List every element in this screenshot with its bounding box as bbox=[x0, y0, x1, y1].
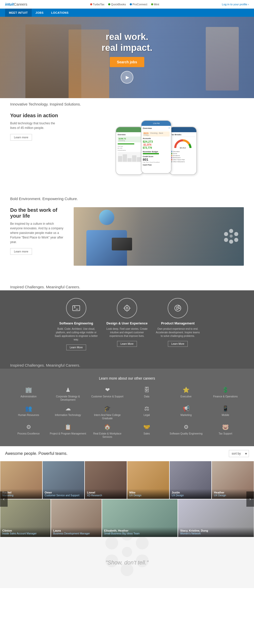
product-turbotax[interactable]: TurboTax bbox=[90, 3, 104, 6]
other-career-it[interactable]: ☁ Information Technology bbox=[50, 405, 86, 420]
mobile-label: Mobile bbox=[207, 413, 244, 417]
administration-label: Administration bbox=[10, 395, 47, 398]
intern-label: Intern And New College Graduate bbox=[89, 413, 126, 420]
other-career-project[interactable]: 📋 Project & Program Management bbox=[50, 424, 86, 439]
career-design-button[interactable]: Learn More bbox=[117, 341, 137, 347]
other-career-corporate[interactable]: ♟ Corporate Strategy & Development bbox=[50, 387, 86, 401]
other-career-sales[interactable]: 🤝 Sales bbox=[128, 424, 165, 439]
person-omer[interactable]: Omer Customer Service and Support bbox=[42, 461, 85, 499]
hero-play-button[interactable]: ▶ bbox=[121, 71, 133, 84]
hr-label: Human Resources bbox=[10, 413, 47, 417]
tech-body: Build technology that touches the lives … bbox=[10, 121, 61, 130]
realestate-icon: 🏠 bbox=[89, 424, 126, 430]
main-nav: MEET INTUIT JOBS LOCATIONS bbox=[0, 9, 254, 17]
executive-label: Executive bbox=[168, 395, 204, 398]
process-label: Process Excellence bbox=[10, 432, 47, 435]
search-jobs-button[interactable]: Search jobs bbox=[110, 57, 144, 67]
svg-point-22 bbox=[121, 563, 133, 576]
career-product-desc: Own product experience end to end. Accel… bbox=[155, 327, 201, 338]
mint-dot bbox=[151, 3, 153, 5]
tech-text: Your ideas in action Build technology th… bbox=[10, 113, 61, 141]
career-software-button[interactable]: Learn More bbox=[66, 345, 86, 350]
finance-icon: 💲 bbox=[207, 387, 244, 393]
other-career-finance[interactable]: 💲 Finance & Operations bbox=[207, 387, 244, 401]
data-icon: 🗄 bbox=[128, 387, 165, 393]
other-career-hr[interactable]: 👥 Human Resources bbox=[10, 405, 47, 420]
person-stacy[interactable]: Stacy, Kristine, Dung Women's Network bbox=[178, 499, 254, 537]
culture-image bbox=[74, 207, 244, 266]
other-careers-heading: Learn more about our other careers bbox=[10, 376, 244, 380]
person-mike-role: UX Design bbox=[129, 494, 167, 497]
it-label: Information Technology bbox=[50, 413, 86, 417]
phone-3-wrap: Tax Breaks $3,612 bbox=[169, 120, 197, 175]
phone-1-body: Overview $158.72 Checking Savings $1,443… bbox=[116, 132, 143, 174]
svg-point-3 bbox=[234, 238, 238, 242]
sort-container: sort by ▾ bbox=[229, 450, 249, 457]
turbotax-dot bbox=[90, 3, 92, 5]
people-header: Awesome people. Powerful teams. sort by … bbox=[0, 446, 254, 461]
svg-point-7 bbox=[230, 235, 233, 238]
person-justin[interactable]: Justin UX Design bbox=[169, 461, 212, 499]
nav-meet-intuit[interactable]: MEET INTUIT bbox=[5, 9, 32, 17]
hr-icon: 👥 bbox=[10, 405, 47, 412]
background-intuit-icon bbox=[102, 527, 152, 578]
person-rachel-name: Rachel bbox=[2, 491, 40, 494]
nav-locations[interactable]: LOCATIONS bbox=[47, 9, 72, 17]
executive-icon: ⭐ bbox=[168, 387, 204, 393]
career-product-button[interactable]: Learn More bbox=[168, 341, 187, 347]
other-career-mobile[interactable]: 📱 Mobile bbox=[207, 405, 244, 420]
carousel-next-button[interactable]: › bbox=[246, 491, 254, 507]
other-career-realestate[interactable]: 🏠 Real Estate & Workplace Services bbox=[89, 424, 126, 439]
intuit-asterisk-icon bbox=[224, 229, 239, 244]
career-card-software: Software Engineering Build. Code. Archit… bbox=[53, 298, 99, 350]
other-career-process[interactable]: ⚙ Process Excellence bbox=[10, 424, 47, 439]
career-card-design: Design & User Experience Look deep. Feel… bbox=[104, 298, 150, 350]
phone-3: Tax Breaks $3,612 bbox=[169, 127, 197, 175]
play-icon: ▶ bbox=[126, 74, 129, 80]
person-mike[interactable]: Mike UX Design bbox=[127, 461, 169, 499]
hero-text: real work. real impact. Search jobs ▶ bbox=[102, 31, 152, 84]
carousel-prev-button[interactable]: ‹ bbox=[0, 491, 8, 507]
phone-1-screen: Overview $158.72 Checking Savings $1,443… bbox=[116, 127, 143, 174]
person-laura[interactable]: Laura Business Development Manager bbox=[51, 499, 102, 537]
culture-learn-more-button[interactable]: Learn more bbox=[10, 248, 32, 255]
tech-learn-more-button[interactable]: Learn more bbox=[10, 134, 32, 141]
svg-point-23 bbox=[105, 555, 118, 567]
other-career-intern[interactable]: 🎓 Intern And New College Graduate bbox=[89, 405, 126, 420]
phone-2-body: Overview + Alerts Checking - Bank Charg.… bbox=[141, 126, 171, 173]
person-clinton[interactable]: Clinton Inside Sales Account Manager bbox=[0, 499, 51, 537]
person-clinton-name: Clinton bbox=[2, 529, 49, 532]
other-career-sqe[interactable]: ⚙ Software Quality Engineering bbox=[168, 424, 204, 439]
svg-point-21 bbox=[136, 555, 149, 567]
other-career-data[interactable]: 🗄 Data bbox=[128, 387, 165, 401]
person-omer-name: Omer bbox=[45, 491, 83, 494]
nav-jobs[interactable]: JOBS bbox=[32, 9, 47, 17]
sqe-icon: ⚙ bbox=[168, 424, 204, 430]
product-mint[interactable]: Mint bbox=[151, 3, 159, 6]
other-career-legal[interactable]: ⚖ Legal bbox=[128, 405, 165, 420]
product-proconnect[interactable]: ProConnect bbox=[130, 3, 147, 6]
design-ux-icon-circle bbox=[117, 298, 137, 318]
other-career-tax[interactable]: 🐷 Tax Support bbox=[207, 424, 244, 439]
person-lionel[interactable]: Lionel XD Research bbox=[85, 461, 127, 499]
other-career-customer-service[interactable]: ❤ Customer Service & Support bbox=[89, 387, 126, 401]
svg-point-24 bbox=[105, 537, 118, 549]
other-career-marketing[interactable]: 📢 Marketing bbox=[168, 405, 204, 420]
tech-section-label: Innovative Technology. Inspired Solution… bbox=[0, 98, 254, 108]
person-lionel-role: XD Research bbox=[87, 494, 125, 497]
person-stacy-role: Women's Network bbox=[180, 532, 252, 535]
phone-2-header: 1:54 PM bbox=[141, 121, 171, 126]
corporate-label: Corporate Strategy & Development bbox=[50, 395, 86, 401]
careers-wordmark: Careers bbox=[14, 2, 27, 6]
person-stacy-name: Stacy, Kristine, Dung bbox=[180, 529, 252, 532]
culture-inner: Do the best work of your life Be inspire… bbox=[10, 207, 244, 271]
header-login-link[interactable]: Log in to your profile › bbox=[222, 3, 249, 6]
other-career-executive[interactable]: ⭐ Executive bbox=[168, 387, 204, 401]
product-quickbooks[interactable]: QuickBooks bbox=[108, 3, 126, 6]
other-career-administration[interactable]: 🏢 Administration bbox=[10, 387, 47, 401]
tech-section: Your ideas in action Build technology th… bbox=[0, 108, 254, 193]
sort-select[interactable]: sort by bbox=[229, 450, 249, 457]
culture-body: Be inspired by a culture in which everyo… bbox=[10, 221, 66, 244]
person-laura-role: Business Development Manager bbox=[53, 532, 99, 535]
mobile-icon: 📱 bbox=[207, 405, 244, 412]
